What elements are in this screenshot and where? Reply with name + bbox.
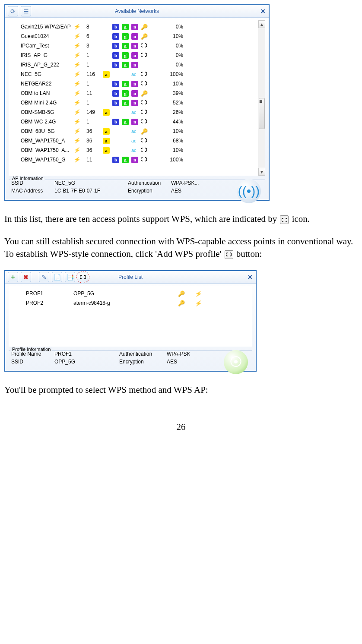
mode-g-icon: g	[122, 157, 129, 163]
ssid-label: SSID	[11, 359, 54, 365]
scrollbar[interactable]: ▲ ≡ ▼	[258, 20, 265, 176]
signal-percent: 10%	[160, 33, 186, 39]
mode-a-icon: a	[103, 138, 110, 144]
signal-percent: 0%	[160, 24, 186, 30]
network-ssid: NEC_5G	[9, 71, 73, 77]
mode-g-icon: g	[122, 81, 129, 87]
export-profile-icon[interactable]: 📑	[65, 272, 75, 282]
close-icon[interactable]: ×	[260, 7, 269, 15]
signal-percent: 68%	[160, 138, 186, 144]
channel: 11	[86, 157, 103, 163]
auth-label: Authentication	[119, 351, 167, 357]
mode-n-icon: n	[131, 24, 138, 30]
network-row[interactable]: OBM_WAP1750_A⚡36aac68%	[9, 136, 265, 145]
network-ssid: OBM_WAP1750_A	[9, 138, 73, 144]
network-row[interactable]: NEC_5G⚡116aac100%	[9, 69, 265, 79]
scroll-up-icon[interactable]: ▲	[258, 20, 265, 28]
network-row[interactable]: OBM-Mini-2.4G⚡1bgn52%	[9, 98, 265, 107]
mode-g-icon: g	[122, 52, 129, 59]
signal-icon: ⚡	[73, 70, 87, 78]
scroll-down-icon[interactable]: ▼	[258, 168, 265, 176]
window-title: Available Networks	[5, 8, 269, 14]
mode-ac-icon: ac	[131, 138, 137, 143]
channel: 1	[86, 100, 103, 106]
wps-icon	[141, 118, 147, 124]
import-profile-icon[interactable]: 📄	[52, 272, 62, 282]
paragraph-1: In this list, there are ten access point…	[4, 213, 358, 225]
mode-b-icon: b	[112, 43, 119, 49]
enc-value: AES	[171, 188, 214, 194]
wps-icon	[141, 156, 147, 162]
mac-label: MAC Address	[11, 188, 54, 194]
network-row[interactable]: OBM_WAP1750_G⚡11bgn100%	[9, 155, 265, 164]
delete-profile-icon[interactable]: ✖	[21, 272, 31, 282]
signal-icon: ⚡	[195, 290, 203, 297]
profile-row[interactable]: PROF1OPP_5G🔑⚡	[9, 289, 252, 298]
network-row[interactable]: OBM-SMB-5G⚡149aac26%	[9, 107, 265, 117]
signal-icon: ⚡	[73, 155, 87, 164]
mode-b-icon: b	[112, 62, 119, 68]
mode-ac-icon: ac	[131, 129, 137, 134]
signal-icon: ⚡	[73, 98, 87, 107]
network-row[interactable]: OBM_68U_5G⚡36aac🔑10%	[9, 126, 265, 136]
signal-percent: 0%	[160, 43, 186, 49]
ap-information-panel: AP Information SSID NEC_5G Authenticatio…	[9, 177, 265, 196]
mode-a-icon: a	[103, 147, 110, 154]
network-ssid: OBM-SMB-5G	[9, 109, 73, 115]
add-wps-profile-button[interactable]	[78, 272, 88, 282]
list-view-icon[interactable]: ☰	[21, 6, 31, 16]
scroll-thumb[interactable]: ≡	[259, 98, 265, 129]
mode-a-icon: a	[103, 71, 110, 78]
channel: 149	[86, 109, 103, 115]
channel: 3	[86, 43, 103, 49]
edit-profile-icon[interactable]: ✎	[39, 272, 49, 282]
refresh-icon[interactable]: ⟳	[8, 6, 18, 16]
page-number: 26	[4, 422, 358, 432]
profile-row[interactable]: PROF2aterm-c98418-g🔑⚡	[9, 298, 252, 308]
wps-icon	[141, 99, 147, 105]
mode-b-icon: b	[112, 81, 119, 87]
signal-icon: ⚡	[195, 299, 203, 306]
network-ssid: Gavin215-WPA2/EAP	[9, 24, 73, 30]
enc-label: Encryption	[128, 188, 171, 194]
network-ssid: IRIS_AP_G_222	[9, 62, 73, 68]
pname-label: Profile Name	[11, 351, 54, 357]
wifi-status-icon: ((•))	[237, 179, 261, 203]
network-row[interactable]: IRIS_AP_G⚡1bgn0%	[9, 51, 265, 60]
signal-icon: ⚡	[73, 117, 87, 126]
signal-percent: 52%	[160, 100, 186, 106]
mode-ac-icon: ac	[131, 110, 137, 115]
wps-icon	[141, 80, 147, 86]
mode-n-icon: n	[131, 90, 138, 97]
network-row[interactable]: NETGEAR22⚡1bgn10%	[9, 79, 265, 88]
auth-value: WPA-PSK	[167, 351, 210, 357]
signal-percent: 0%	[160, 62, 186, 68]
ap-info-title: AP Information	[10, 176, 45, 181]
mode-b-icon: b	[112, 33, 119, 40]
key-icon: 🔑	[178, 290, 185, 297]
signal-icon: ⚡	[73, 60, 87, 69]
mode-g-icon: g	[122, 62, 129, 68]
channel: 11	[86, 90, 103, 96]
network-ssid: OBM_WAP1750_G	[9, 157, 73, 163]
mode-ac-icon: ac	[131, 72, 137, 77]
network-row[interactable]: Guest01024⚡6bgn🔑10%	[9, 32, 265, 41]
auth-value: WPA-PSK...	[171, 180, 214, 186]
channel: 116	[86, 71, 103, 77]
key-icon: 🔑	[141, 128, 148, 135]
key-icon: 🔑	[141, 33, 148, 40]
network-row[interactable]: IPCam_Test⚡3bgn0%	[9, 41, 265, 51]
add-profile-icon[interactable]: ＋	[8, 272, 18, 282]
channel: 1	[86, 52, 103, 58]
profile-information-panel: Profile Information Profile Name PROF1 A…	[9, 347, 252, 367]
close-icon[interactable]: ×	[248, 273, 256, 281]
network-row[interactable]: OBM_WAP1750_A...⚡36aac10%	[9, 145, 265, 155]
mode-g-icon: g	[122, 33, 129, 40]
wps-icon	[141, 52, 147, 58]
network-row[interactable]: Gavin215-WPA2/EAP⚡8bgn🔑0%	[9, 22, 265, 32]
profile-ssid: OPP_5G	[73, 290, 173, 297]
network-row[interactable]: OBM to LAN⚡11bgn🔑39%	[9, 88, 265, 98]
network-row[interactable]: OBM-WC-2.4G⚡1bgn44%	[9, 117, 265, 126]
network-row[interactable]: IRIS_AP_G_222⚡1bgn0%	[9, 60, 265, 69]
ssid-value: OPP_5G	[54, 359, 119, 365]
